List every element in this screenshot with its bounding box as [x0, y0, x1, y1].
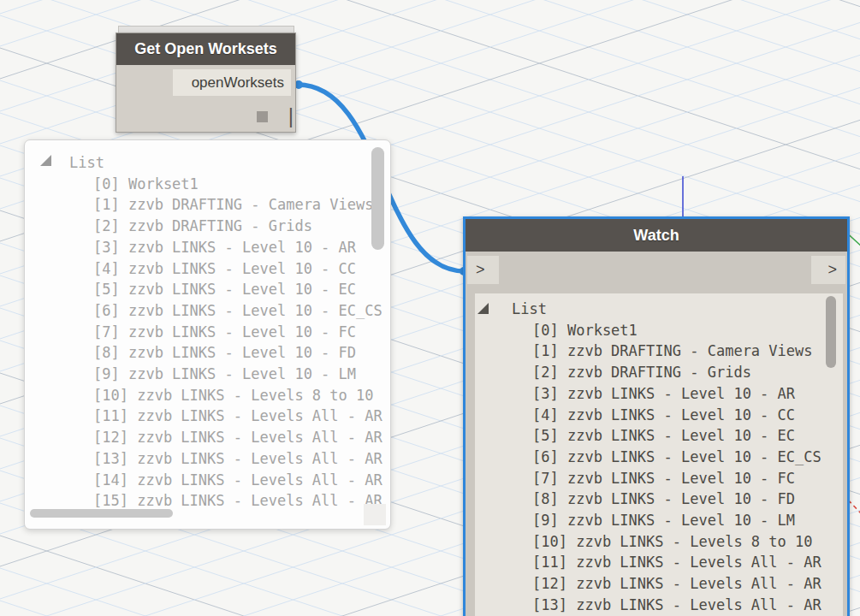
scrollbar-corner — [364, 504, 386, 525]
watch-output-port[interactable]: > — [811, 256, 845, 284]
list-item: [1] zzvb DRAFTING - Camera Views — [93, 194, 374, 216]
list-root-label: List — [512, 299, 547, 320]
list-item: [10] zzvb LINKS - Levels 8 to 10 — [532, 531, 813, 553]
list-item: [6] zzvb LINKS - Level 10 - EC_CS — [93, 300, 383, 322]
list-item: [5] zzvb LINKS - Level 10 - EC — [93, 279, 356, 300]
list-item: [6] zzvb LINKS - Level 10 - EC_CS — [532, 447, 821, 468]
list-item: [13] zzvb LINKS - Levels All - AR — [532, 595, 821, 616]
lacing-indicator-icon[interactable]: | — [285, 105, 294, 127]
node-top-strip — [118, 26, 294, 33]
preview-bubble-content[interactable]: List [0] Workset1[1] zzvb DRAFTING - Cam… — [25, 140, 390, 507]
list-item: [14] zzvb LINKS - Levels All - AR — [93, 470, 383, 491]
list-item: [9] zzvb LINKS - Level 10 - LM — [93, 364, 356, 385]
list-item: [4] zzvb LINKS - Level 10 - CC — [532, 405, 795, 426]
list-root-label: List — [69, 152, 104, 174]
node-watch[interactable]: Watch > > List [0] Workset1[1] zzvb DRAF… — [463, 216, 850, 616]
node-header[interactable]: Watch — [466, 219, 847, 252]
list-item: [5] zzvb LINKS - Level 10 - EC — [532, 425, 795, 447]
list-item: [12] zzvb LINKS - Levels All - AR — [532, 573, 821, 595]
list-item: [7] zzvb LINKS - Level 10 - FC — [93, 322, 356, 343]
list-item: [3] zzvb LINKS - Level 10 - AR — [532, 383, 795, 405]
list-item: [0] Workset1 — [532, 320, 638, 341]
list-item: [2] zzvb DRAFTING - Grids — [93, 216, 312, 237]
output-port-openworksets[interactable]: openWorksets — [173, 69, 291, 96]
expander-triangle-icon[interactable] — [477, 303, 489, 314]
list-item: [9] zzvb LINKS - Level 10 - LM — [532, 510, 795, 531]
node-get-open-worksets[interactable]: Get Open Worksets openWorksets | — [116, 33, 296, 133]
list-item: [3] zzvb LINKS - Level 10 - AR — [93, 237, 356, 258]
list-item: [11] zzvb LINKS - Levels All - AR — [93, 406, 383, 427]
watch-input-port[interactable]: > — [467, 256, 499, 284]
list-item: [8] zzvb LINKS - Level 10 - FD — [93, 342, 356, 364]
watch-ports-row: > > — [466, 252, 847, 288]
bubble-vertical-scrollbar[interactable] — [371, 147, 384, 250]
list-item: [12] zzvb LINKS - Levels All - AR — [93, 427, 383, 448]
node-title: Watch — [633, 227, 679, 244]
watch-list[interactable]: List [0] Workset1[1] zzvb DRAFTING - Cam… — [475, 293, 843, 616]
list-item: [8] zzvb LINKS - Level 10 - FD — [532, 489, 795, 510]
list-item: [2] zzvb DRAFTING - Grids — [532, 362, 751, 383]
list-item: [4] zzvb LINKS - Level 10 - CC — [93, 258, 356, 280]
list-item: [10] zzvb LINKS - Levels 8 to 10 — [93, 385, 374, 406]
node-body: openWorksets | — [116, 65, 295, 133]
dynamo-canvas[interactable]: Get Open Worksets openWorksets | List [0… — [0, 0, 860, 616]
list-item: [13] zzvb LINKS - Levels All - AR — [93, 448, 383, 470]
watch-vertical-scrollbar[interactable] — [826, 296, 836, 368]
node-title: Get Open Worksets — [134, 40, 277, 57]
list-item: [15] zzvb LINKS - Levels All - AR — [93, 490, 383, 507]
preview-state-icon[interactable] — [257, 111, 268, 122]
preview-bubble[interactable]: List [0] Workset1[1] zzvb DRAFTING - Cam… — [24, 139, 391, 530]
bubble-horizontal-scrollbar[interactable] — [30, 509, 173, 518]
list-item: [11] zzvb LINKS - Levels All - AR — [532, 552, 821, 573]
list-item: [1] zzvb DRAFTING - Camera Views — [532, 341, 813, 362]
list-item: [7] zzvb LINKS - Level 10 - FC — [532, 468, 795, 489]
expander-triangle-icon[interactable] — [40, 155, 51, 166]
node-header[interactable]: Get Open Worksets — [116, 33, 295, 65]
list-item: [0] Workset1 — [93, 174, 199, 195]
